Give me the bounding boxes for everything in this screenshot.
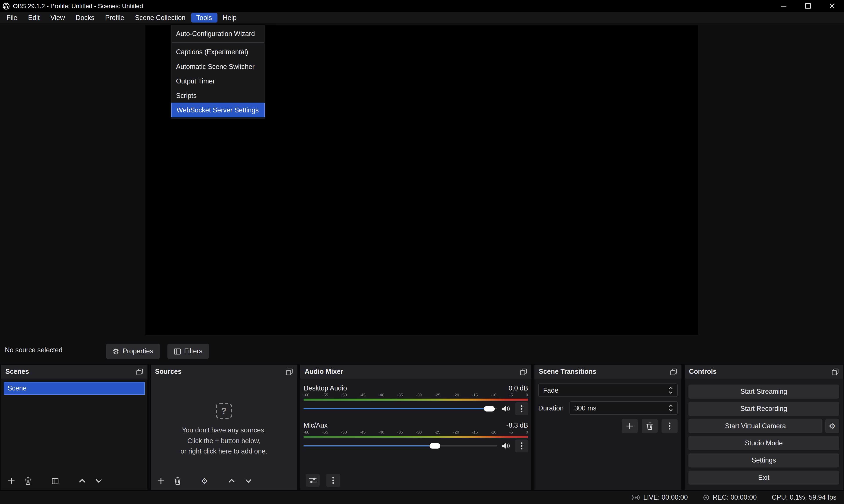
menu-item-scripts[interactable]: Scripts — [171, 88, 265, 103]
sources-dock-title: Sources — [155, 368, 181, 375]
maximize-button[interactable] — [796, 0, 820, 12]
controls-dock: Controls Start Streaming Start Recording… — [684, 364, 843, 491]
move-source-up-icon[interactable] — [227, 476, 236, 486]
menu-file[interactable]: File — [1, 13, 23, 22]
statusbar: LIVE: 00:00:00 REC: 00:00:00 CPU: 0.1%, … — [0, 491, 844, 504]
menu-edit[interactable]: Edit — [23, 13, 45, 22]
virtual-camera-settings-button[interactable]: ⚙ — [825, 419, 839, 433]
menu-scene-collection[interactable]: Scene Collection — [130, 13, 191, 22]
remove-transition-button[interactable] — [641, 419, 658, 433]
move-scene-down-icon[interactable] — [93, 476, 103, 486]
volume-slider[interactable] — [304, 402, 497, 415]
volume-slider-handle[interactable] — [429, 443, 440, 448]
popout-icon[interactable] — [670, 368, 677, 375]
exit-button[interactable]: Exit — [688, 471, 839, 485]
titlebar: OBS 29.1.2 - Profile: Untitled - Scenes:… — [0, 0, 844, 12]
channel-name: Mic/Aux — [304, 421, 328, 429]
settings-button[interactable]: Settings — [688, 453, 839, 468]
transition-select[interactable]: Fade — [538, 383, 678, 397]
studio-mode-button[interactable]: Studio Mode — [688, 436, 839, 450]
cpu-status: CPU: 0.1%, 59.94 fps — [772, 494, 836, 501]
start-recording-button[interactable]: Start Recording — [688, 402, 839, 416]
duration-label: Duration — [538, 404, 569, 412]
menu-item-websocket-server-settings[interactable]: WebSocket Server Settings — [171, 103, 265, 117]
mixer-options-kebab-icon[interactable] — [326, 474, 340, 487]
remove-source-icon[interactable] — [173, 476, 182, 486]
duration-spinbox[interactable]: 300 ms — [569, 401, 678, 415]
start-virtual-camera-button[interactable]: Start Virtual Camera — [688, 419, 823, 433]
transition-select-value: Fade — [543, 386, 559, 394]
source-toolbar: No source selected ⚙ Properties Filters — [0, 338, 844, 364]
channel-name: Desktop Audio — [304, 384, 347, 392]
sources-empty-line: Click the + button below, — [151, 436, 297, 445]
scene-list-item[interactable]: Scene — [4, 382, 145, 395]
menu-tools[interactable]: Tools — [191, 13, 217, 22]
channel-level-value: -8.3 dB — [506, 421, 528, 429]
menu-separator — [172, 42, 264, 43]
sources-empty-line: You don't have any sources. — [151, 426, 297, 435]
workspace: Auto-Configuration Wizard Captions (Expe… — [0, 23, 844, 338]
scenes-dock-header[interactable]: Scenes — [1, 365, 147, 379]
popout-icon[interactable] — [832, 368, 839, 375]
help-question-icon: ? — [216, 403, 232, 419]
scenes-dock: Scenes Scene — [0, 364, 148, 491]
properties-button-label: Properties — [122, 347, 153, 355]
add-source-icon[interactable] — [156, 476, 166, 486]
window-title: OBS 29.1.2 - Profile: Untitled - Scenes:… — [13, 3, 143, 9]
move-scene-up-icon[interactable] — [77, 476, 87, 486]
controls-dock-header[interactable]: Controls — [685, 365, 843, 379]
sources-toolbar: ⚙ — [151, 474, 297, 490]
audio-mixer-dock-header[interactable]: Audio Mixer — [300, 365, 531, 379]
scene-transitions-dock: Scene Transitions Fade Du — [534, 364, 682, 491]
transition-options-kebab-icon[interactable] — [662, 419, 678, 433]
speaker-icon[interactable] — [502, 405, 510, 412]
properties-button[interactable]: ⚙ Properties — [106, 344, 160, 359]
scenes-toolbar — [1, 474, 147, 490]
popout-icon[interactable] — [286, 368, 293, 375]
minimize-button[interactable] — [771, 0, 795, 12]
sources-empty-state: ? You don't have any sources. Click the … — [151, 403, 297, 456]
filters-button-label: Filters — [184, 347, 203, 355]
mixer-channel-desktop-audio: Desktop Audio 0.0 dB -60-55-50-45-40-35-… — [304, 383, 528, 415]
scene-filters-icon[interactable] — [50, 476, 60, 486]
sources-dock-header[interactable]: Sources — [151, 365, 297, 379]
remove-scene-icon[interactable] — [23, 476, 33, 486]
live-status: LIVE: 00:00:00 — [632, 494, 688, 501]
source-properties-gear-icon[interactable]: ⚙ — [200, 476, 209, 486]
start-streaming-button[interactable]: Start Streaming — [688, 384, 839, 399]
add-transition-button[interactable] — [622, 419, 638, 433]
menu-help[interactable]: Help — [217, 13, 242, 22]
scene-list: Scene — [1, 379, 147, 397]
menu-docks[interactable]: Docks — [70, 13, 100, 22]
duration-value: 300 ms — [574, 404, 596, 412]
popout-icon[interactable] — [136, 368, 143, 375]
speaker-icon[interactable] — [502, 442, 510, 450]
transitions-dock-header[interactable]: Scene Transitions — [534, 365, 681, 379]
volume-slider[interactable] — [304, 439, 497, 452]
channel-level-value: 0.0 dB — [509, 384, 528, 392]
filters-button[interactable]: Filters — [168, 344, 209, 359]
broadcast-icon — [632, 494, 640, 501]
add-scene-icon[interactable] — [6, 476, 16, 486]
menu-item-auto-configuration-wizard[interactable]: Auto-Configuration Wizard — [171, 26, 265, 41]
sources-empty-area[interactable]: ? You don't have any sources. Click the … — [151, 379, 297, 474]
move-source-down-icon[interactable] — [243, 476, 253, 486]
menu-item-captions[interactable]: Captions (Experimental) — [171, 44, 265, 59]
close-button[interactable] — [820, 0, 844, 12]
channel-options-kebab-icon[interactable] — [515, 402, 528, 415]
meter-scale: -60-55-50-45-40-35-30-25-20-15-10-50 — [304, 430, 528, 435]
rec-status: REC: 00:00:00 — [703, 494, 757, 501]
gear-icon: ⚙ — [112, 347, 119, 355]
menu-view[interactable]: View — [45, 13, 70, 22]
popout-icon[interactable] — [520, 368, 527, 375]
scenes-dock-title: Scenes — [5, 368, 29, 375]
channel-options-kebab-icon[interactable] — [515, 439, 528, 452]
spin-arrows-icon[interactable] — [668, 404, 673, 412]
volume-slider-handle[interactable] — [483, 406, 494, 411]
menubar: File Edit View Docks Profile Scene Colle… — [0, 12, 844, 23]
advanced-audio-settings-icon[interactable] — [306, 474, 320, 487]
menu-item-output-timer[interactable]: Output Timer — [171, 74, 265, 88]
mixer-channel-mic-aux: Mic/Aux -8.3 dB -60-55-50-45-40-35-30-25… — [304, 420, 528, 452]
menu-profile[interactable]: Profile — [100, 13, 130, 22]
menu-item-automatic-scene-switcher[interactable]: Automatic Scene Switcher — [171, 59, 265, 74]
